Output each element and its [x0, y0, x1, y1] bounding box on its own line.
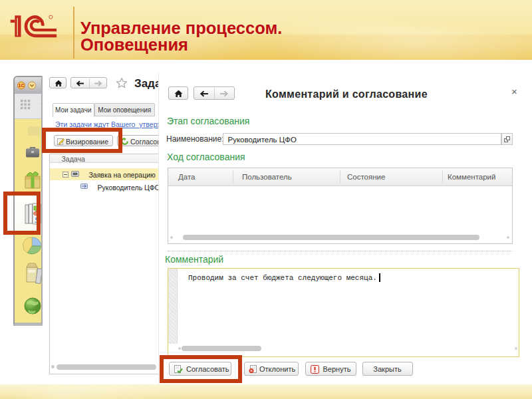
svg-text:1С: 1С [19, 83, 25, 88]
